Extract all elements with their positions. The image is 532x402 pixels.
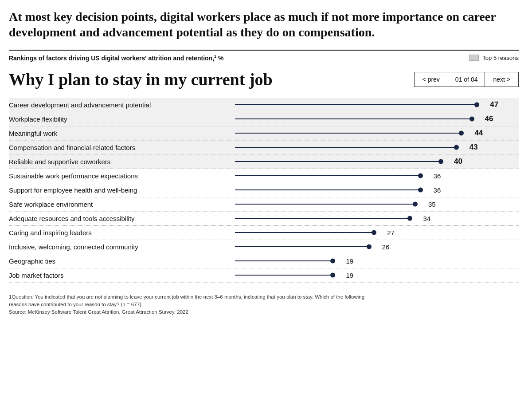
bar-label: Compensation and financial-related facto… (9, 144, 235, 151)
bar-container: 47 (235, 103, 519, 106)
bar-row: Meaningful work 44 (9, 126, 519, 141)
bar-container: 36 (235, 174, 519, 177)
next-button[interactable]: next > (485, 72, 519, 87)
legend: Top 5 reasons (469, 55, 519, 61)
bar-row: Support for employee health and well-bei… (9, 183, 519, 197)
bar-line (235, 189, 420, 191)
chart-area: Career development and advancement poten… (9, 98, 519, 283)
footnote: 1Question: You indicated that you are no… (9, 293, 519, 316)
bar-row: Reliable and supportive coworkers 40 (9, 155, 519, 169)
bar-dot (459, 131, 464, 136)
bar-line (235, 147, 456, 148)
bar-row: Inclusive, welcoming, connected communit… (9, 240, 519, 254)
bar-label: Career development and advancement poten… (9, 101, 235, 109)
legend-box (469, 55, 479, 61)
bar-container: 43 (235, 146, 519, 149)
bar-value: 47 (490, 100, 498, 109)
bar-dot (454, 145, 459, 150)
bar-line (235, 133, 461, 134)
bar-row: Safe workplace environment 35 (9, 197, 519, 212)
chart-title: Why I plan to stay in my current job (9, 70, 273, 89)
bar-label: Inclusive, welcoming, connected communit… (9, 243, 235, 251)
bar-value: 44 (474, 129, 483, 138)
bar-dot (372, 230, 376, 235)
bar-container: 44 (235, 132, 519, 134)
bar-line (235, 275, 332, 276)
bar-label: Meaningful work (9, 130, 235, 137)
prev-button[interactable]: < prev (414, 72, 448, 87)
bar-dot (413, 202, 418, 207)
bar-line (235, 104, 477, 106)
bar-line (235, 118, 472, 120)
bar-label: Reliable and supportive coworkers (9, 158, 235, 166)
bar-label: Safe workplace environment (9, 201, 235, 208)
bar-value: 34 (423, 215, 430, 222)
bar-row: Workplace flexibility 46 (9, 112, 519, 126)
bar-container: 35 (235, 203, 519, 205)
legend-label: Top 5 reasons (482, 55, 519, 61)
bar-value: 19 (346, 257, 353, 265)
bar-row: Geographic ties 19 (9, 254, 519, 268)
headline: At most key decision points, digital wor… (9, 9, 519, 40)
bar-value: 19 (346, 272, 353, 279)
bar-dot (367, 244, 372, 249)
bar-row: Career development and advancement poten… (9, 98, 519, 112)
bar-row: Job market factors 19 (9, 268, 519, 283)
nav-controls: < prev 01 of 04 next > (414, 72, 519, 87)
bar-container: 36 (235, 189, 519, 191)
bar-value: 40 (454, 157, 462, 166)
bar-container: 26 (235, 245, 519, 248)
bar-value: 27 (387, 229, 395, 236)
bar-label: Adequate resources and tools accessibili… (9, 215, 235, 222)
bar-label: Geographic ties (9, 257, 235, 265)
bar-container: 19 (235, 274, 519, 276)
bar-label: Workplace flexibility (9, 115, 235, 123)
bar-container: 40 (235, 160, 519, 163)
bar-label: Job market factors (9, 272, 235, 279)
bar-row: Sustainable work performance expectation… (9, 169, 519, 183)
bar-value: 46 (485, 114, 493, 123)
bar-label: Sustainable work performance expectation… (9, 172, 235, 180)
bar-value: 26 (382, 243, 390, 251)
bar-container: 19 (235, 260, 519, 262)
bar-container: 34 (235, 217, 519, 220)
bar-line (235, 218, 410, 219)
bar-dot (469, 117, 474, 122)
bar-value: 43 (469, 143, 478, 152)
bar-row: Caring and inspiring leaders 27 (9, 226, 519, 240)
bar-dot (474, 102, 479, 107)
bar-value: 35 (428, 201, 436, 208)
bar-label: Support for employee health and well-bei… (9, 186, 235, 194)
bar-dot (330, 273, 335, 278)
bar-dot (330, 259, 335, 264)
bar-line (235, 204, 415, 205)
bar-dot (407, 216, 412, 221)
bar-dot (418, 173, 423, 178)
bar-line (235, 260, 332, 262)
bar-label: Caring and inspiring leaders (9, 229, 235, 236)
bar-line (235, 161, 441, 162)
nav-count: 01 of 04 (448, 72, 485, 87)
bar-container: 46 (235, 118, 519, 120)
bar-dot (418, 188, 423, 193)
bar-value: 36 (434, 186, 441, 194)
bar-value: 36 (434, 172, 441, 180)
bar-line (235, 232, 374, 233)
bar-line (235, 175, 420, 177)
bar-line (235, 246, 369, 248)
bar-dot (438, 159, 443, 164)
bar-row: Adequate resources and tools accessibili… (9, 212, 519, 226)
bar-container: 27 (235, 231, 519, 234)
bar-row: Compensation and financial-related facto… (9, 141, 519, 155)
subtitle: Rankings of factors driving US digital w… (9, 54, 223, 62)
